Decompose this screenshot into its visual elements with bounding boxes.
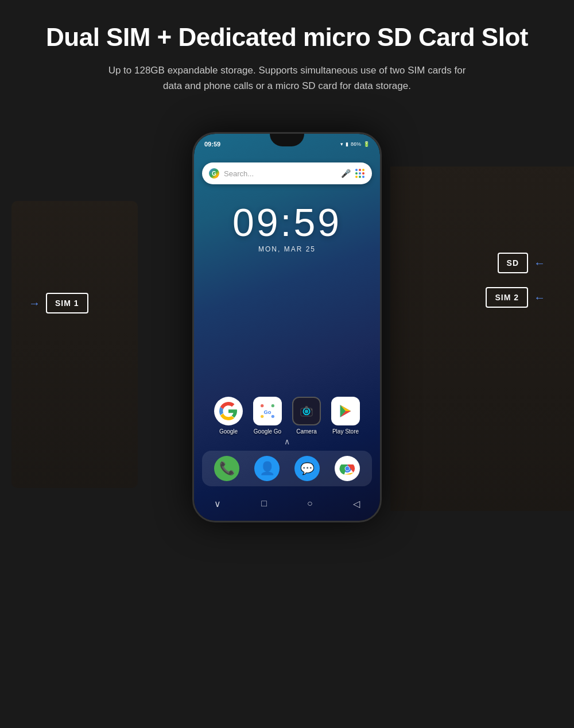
svg-point-15 (346, 467, 350, 471)
play-store-label: Play Store (332, 428, 359, 435)
status-icons: ▾ ▮ 86% 🔋 (340, 141, 370, 147)
google-go-svg: Go (258, 402, 277, 420)
sd-label: ← SD (498, 253, 545, 273)
google-label: Google (219, 428, 238, 435)
sim2-box: SIM 2 (486, 287, 528, 308)
svg-point-2 (261, 404, 263, 407)
camera-icon (292, 397, 321, 425)
search-placeholder: Search... (224, 169, 336, 178)
dock-contacts[interactable]: 👤 (254, 456, 280, 481)
dock-messages[interactable]: 💬 (294, 456, 320, 481)
chrome-icon (339, 460, 355, 477)
app-grid: Google Go Google Go (194, 397, 380, 435)
messages-icon: 💬 (300, 462, 315, 475)
mic-icon: 🎤 (341, 169, 351, 178)
google-go-icon: Go (253, 397, 282, 425)
sd-box: SD (498, 253, 528, 273)
svg-point-3 (272, 404, 274, 407)
google-icon (214, 397, 243, 425)
nav-bar: ∨ □ ○ ◁ (194, 492, 380, 515)
svg-point-5 (272, 415, 274, 418)
sim2-arrow: ← (534, 291, 545, 304)
nav-back[interactable]: ◁ (353, 498, 360, 509)
google-go-label: Google Go (254, 428, 281, 435)
signal-icon: ▮ (346, 141, 348, 147)
svg-text:Go: Go (264, 409, 272, 415)
phone-wrapper: 09:59 ▾ ▮ 86% 🔋 G Search... 🎤 (192, 132, 382, 522)
play-store-icon (331, 397, 360, 425)
sim1-label: → SIM 1 (29, 293, 88, 313)
apps-icon (355, 169, 365, 179)
dock: 📞 👤 💬 (202, 451, 372, 486)
phone-icon: 📞 (219, 461, 235, 476)
subtitle: Up to 128GB expandable storage. Supports… (103, 63, 471, 94)
app-camera[interactable]: Camera (292, 397, 321, 435)
google-logo-svg (219, 402, 238, 420)
sd-arrow: ← (534, 257, 545, 270)
svg-point-8 (305, 410, 308, 413)
svg-point-4 (261, 415, 263, 418)
search-bar[interactable]: G Search... 🎤 (202, 162, 372, 184)
phone-screen: 09:59 ▾ ▮ 86% 🔋 G Search... 🎤 (194, 134, 380, 521)
nav-recents[interactable]: □ (261, 498, 267, 509)
camera-label: Camera (296, 428, 317, 435)
dock-chrome[interactable] (335, 456, 360, 481)
main-title: Dual SIM + Dedicated micro SD Card Slot (34, 23, 540, 52)
app-google[interactable]: Google (214, 397, 243, 435)
bg-person-right (390, 166, 574, 511)
phone-clock: 09:59 MON, MAR 25 (194, 203, 380, 253)
nav-down[interactable]: ∨ (214, 498, 221, 509)
phone-outer: 09:59 ▾ ▮ 86% 🔋 G Search... 🎤 (192, 132, 382, 522)
sim1-box: SIM 1 (46, 293, 88, 313)
status-time: 09:59 (204, 141, 220, 148)
header-section: Dual SIM + Dedicated micro SD Card Slot … (0, 23, 574, 94)
bg-person-left (11, 201, 138, 488)
sim1-arrow: → (29, 297, 40, 310)
google-logo: G (209, 168, 219, 179)
clock-date: MON, MAR 25 (194, 245, 380, 253)
app-google-go[interactable]: Go Google Go (253, 397, 282, 435)
play-store-svg (336, 402, 355, 420)
dock-phone[interactable]: 📞 (214, 456, 239, 481)
battery-level: 86% (351, 141, 361, 147)
battery-icon: 🔋 (363, 141, 370, 147)
contacts-icon: 👤 (259, 461, 275, 476)
sim2-label: ← SIM 2 (486, 287, 545, 308)
nav-home[interactable]: ○ (307, 498, 313, 509)
wifi-icon: ▾ (340, 141, 343, 147)
camera-svg (298, 402, 315, 420)
swipe-indicator: ∧ (194, 437, 380, 446)
svg-point-10 (311, 409, 313, 411)
clock-time: 09:59 (194, 203, 380, 242)
app-play-store[interactable]: Play Store (331, 397, 360, 435)
